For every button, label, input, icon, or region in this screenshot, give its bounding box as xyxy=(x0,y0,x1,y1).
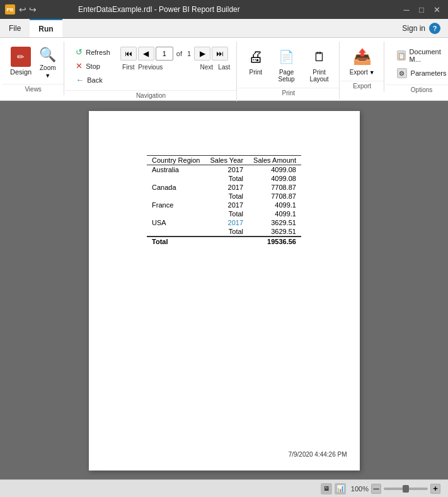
table-row: USA 2017 3629.51 xyxy=(147,218,301,227)
refresh-icon: ↺ xyxy=(76,47,83,57)
next-page-button[interactable]: ▶ xyxy=(194,47,210,61)
options-label: Options xyxy=(386,85,448,96)
country-cell xyxy=(147,209,205,218)
amount-cell: 4099.1 xyxy=(248,209,301,218)
print-label: Print xyxy=(238,88,339,99)
ribbon: ✏ Design 🔍 Zoom ▼ Views ↺ Refresh xyxy=(0,38,448,101)
header-country: Country Region xyxy=(147,156,205,165)
country-cell: Australia xyxy=(147,165,205,175)
amount-cell: 3629.51 xyxy=(248,218,301,227)
nav-actions: ↺ Refresh ✕ Stop ← Back xyxy=(69,44,117,88)
country-cell: France xyxy=(147,201,205,209)
menu-file[interactable]: File xyxy=(0,19,30,37)
back-icon: ← xyxy=(76,75,84,85)
page-of-label: of xyxy=(175,50,184,57)
previous-page-button[interactable]: ◀ xyxy=(138,47,154,61)
refresh-button[interactable]: ↺ Refresh xyxy=(72,45,114,59)
status-icon-1: 🖥 xyxy=(321,483,332,494)
close-button[interactable]: ✕ xyxy=(430,3,443,16)
year-cell: 2017 xyxy=(205,165,248,175)
status-icon-2: 📊 xyxy=(335,483,346,494)
ribbon-export-section: 📤 Export ▼ Export xyxy=(341,42,384,92)
year-cell: Total xyxy=(205,227,248,237)
amount-cell: 4099.08 xyxy=(248,165,301,175)
year-cell: 2017 xyxy=(205,183,248,192)
header-year: Sales Year xyxy=(205,156,248,165)
zoom-in-button[interactable]: + xyxy=(430,484,440,494)
table-row: Total 3629.51 xyxy=(147,227,301,237)
title-bar: PB ↩ ↪ EnterDataExample.rdl - Power BI R… xyxy=(0,0,448,19)
zoom-control: 100% ─ + xyxy=(351,484,440,494)
ribbon-views-section: ✏ Design 🔍 Zoom ▼ Views xyxy=(3,42,64,95)
first-page-button[interactable]: ⏮ xyxy=(120,47,137,61)
country-cell: Canada xyxy=(147,183,205,192)
design-button[interactable]: ✏ Design xyxy=(6,44,35,78)
options-group: 📋 Document M... ⚙ Parameters xyxy=(389,44,448,82)
table-row: Australia 2017 4099.08 xyxy=(147,165,301,175)
back-button[interactable]: ← Back xyxy=(72,73,114,86)
report-footer: 7/9/2020 4:44:26 PM xyxy=(289,451,347,458)
amount-cell: 4099.1 xyxy=(248,201,301,209)
help-button[interactable]: ? xyxy=(429,23,440,34)
first-label: First xyxy=(120,64,137,71)
stop-button[interactable]: ✕ Stop xyxy=(72,59,114,73)
zoom-out-button[interactable]: ─ xyxy=(371,484,381,494)
print-layout-button[interactable]: 🗒 Print Layout xyxy=(303,44,335,85)
amount-cell: 7708.87 xyxy=(248,192,301,201)
zoom-dropdown-icon: ▼ xyxy=(45,73,50,79)
amount-cell: 4099.08 xyxy=(248,174,301,183)
page-setup-button[interactable]: 📄 Page Setup xyxy=(271,44,302,85)
zoom-icon: 🔍 xyxy=(39,47,56,63)
year-cell: Total xyxy=(205,174,248,183)
page-number-input[interactable] xyxy=(156,47,173,61)
last-label: Last xyxy=(216,64,233,71)
sign-in-button[interactable]: Sign in xyxy=(402,24,425,33)
redo-button[interactable]: ↪ xyxy=(29,4,37,15)
maximize-button[interactable]: □ xyxy=(415,3,428,16)
page-setup-icon: 📄 xyxy=(277,47,297,67)
report-page: Country Region Sales Year Sales Amount A… xyxy=(89,111,360,471)
grand-total-label: Total xyxy=(147,237,205,246)
export-button[interactable]: 📤 Export ▼ xyxy=(345,44,380,78)
window-title: EnterDataExample.rdl - Power BI Report B… xyxy=(78,5,240,14)
last-page-button[interactable]: ⏭ xyxy=(212,47,228,61)
year-cell: Total xyxy=(205,209,248,218)
menu-run[interactable]: Run xyxy=(30,19,62,37)
minimize-button[interactable]: ─ xyxy=(400,3,413,16)
grand-total-row: Total 19536.56 xyxy=(147,237,301,246)
country-cell xyxy=(147,192,205,201)
grand-total-spacer xyxy=(205,237,248,246)
export-label: Export xyxy=(341,81,384,92)
header-amount: Sales Amount xyxy=(248,156,301,165)
export-icon: 📤 xyxy=(352,47,372,67)
undo-button[interactable]: ↩ xyxy=(19,4,26,15)
table-row: Total 7708.87 xyxy=(147,192,301,201)
table-row: Total 4099.1 xyxy=(147,209,301,218)
country-cell xyxy=(147,227,205,237)
status-icons: 🖥 📊 xyxy=(321,483,346,494)
table-row: France 2017 4099.1 xyxy=(147,201,301,209)
menu-bar: File Run Sign in ? xyxy=(0,19,448,38)
zoom-slider[interactable] xyxy=(384,488,428,490)
total-pages-label: 1 xyxy=(185,50,193,57)
amount-cell: 7708.87 xyxy=(248,183,301,192)
print-button[interactable]: 🖨 Print xyxy=(242,44,270,78)
year-cell: 2017 xyxy=(205,201,248,209)
stop-icon: ✕ xyxy=(76,61,83,71)
country-cell: USA xyxy=(147,218,205,227)
grand-total-amount: 19536.56 xyxy=(248,237,301,246)
report-table: Country Region Sales Year Sales Amount A… xyxy=(147,155,301,246)
parameters-icon: ⚙ xyxy=(397,68,407,78)
document-map-icon: 📋 xyxy=(397,50,406,61)
content-area: Country Region Sales Year Sales Amount A… xyxy=(0,101,448,479)
ribbon-options-section: 📋 Document M... ⚙ Parameters Options xyxy=(386,42,448,96)
views-label: Views xyxy=(3,84,64,95)
print-icon: 🖨 xyxy=(246,47,266,67)
zoom-slider-thumb xyxy=(403,485,409,493)
zoom-button[interactable]: 🔍 Zoom ▼ xyxy=(35,44,60,81)
parameters-button[interactable]: ⚙ Parameters xyxy=(394,67,448,79)
year-cell: Total xyxy=(205,192,248,201)
amount-cell: 3629.51 xyxy=(248,227,301,237)
document-map-button[interactable]: 📋 Document M... xyxy=(394,47,448,64)
ribbon-print-section: 🖨 Print 📄 Page Setup 🗒 Print Layout Prin… xyxy=(238,42,340,99)
